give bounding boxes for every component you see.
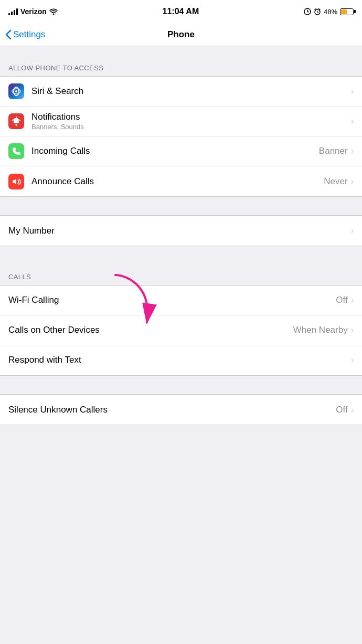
chevron-icon: › xyxy=(351,325,354,335)
status-time: 11:04 AM xyxy=(163,7,199,16)
incoming-calls-label: Incoming Calls xyxy=(31,146,319,156)
signal-bars xyxy=(8,8,18,15)
wifi-calling-content: Wi-Fi Calling xyxy=(8,295,336,305)
silence-unknown-label: Silence Unknown Callers xyxy=(8,405,336,415)
svg-rect-9 xyxy=(18,119,19,120)
wifi-icon xyxy=(49,8,58,15)
wifi-calling-right: Off › xyxy=(336,295,354,305)
speaker-svg xyxy=(11,176,22,187)
notifications-label: Notifications xyxy=(31,112,351,122)
my-number-row[interactable]: My Number › xyxy=(0,216,362,246)
chevron-icon: › xyxy=(351,355,354,365)
nav-bar: Settings Phone xyxy=(0,23,362,46)
back-button[interactable]: Settings xyxy=(5,29,45,40)
phone-svg xyxy=(11,146,22,156)
allow-phone-group: Siri & Search › Notifications Banners, S… xyxy=(0,76,362,197)
incoming-calls-content: Incoming Calls xyxy=(31,146,319,156)
wifi-calling-label: Wi-Fi Calling xyxy=(8,295,336,305)
svg-point-6 xyxy=(16,124,17,126)
notifications-content: Notifications Banners, Sounds xyxy=(31,112,351,131)
status-right: 48% xyxy=(304,8,354,16)
chevron-icon: › xyxy=(351,405,354,415)
announce-calls-value: Never xyxy=(324,176,347,187)
status-left: Verizon xyxy=(8,7,58,16)
notifications-svg xyxy=(11,116,22,126)
respond-with-text-content: Respond with Text xyxy=(8,355,351,365)
alarm-icon xyxy=(314,8,321,15)
silence-unknown-group: Silence Unknown Callers Off › xyxy=(0,394,362,425)
silence-unknown-content: Silence Unknown Callers xyxy=(8,405,336,415)
notifications-row[interactable]: Notifications Banners, Sounds › xyxy=(0,107,362,136)
my-number-right: › xyxy=(351,226,354,236)
incoming-calls-row[interactable]: Incoming Calls Banner › xyxy=(0,136,362,166)
calls-other-devices-label: Calls on Other Devices xyxy=(8,325,293,335)
svg-point-4 xyxy=(15,90,17,92)
siri-icon xyxy=(8,83,24,99)
calls-group: Wi-Fi Calling Off › Calls on Other Devic… xyxy=(0,285,362,376)
svg-rect-7 xyxy=(14,120,19,123)
my-number-content: My Number xyxy=(8,226,351,236)
respond-with-text-row[interactable]: Respond with Text › xyxy=(0,345,362,375)
battery-icon xyxy=(340,8,354,15)
spacer-2 xyxy=(0,246,362,265)
calls-other-devices-value: When Nearby xyxy=(293,325,348,335)
svg-rect-8 xyxy=(13,119,14,120)
incoming-calls-right: Banner › xyxy=(319,146,354,156)
siri-search-row[interactable]: Siri & Search › xyxy=(0,77,362,107)
page-title: Phone xyxy=(167,29,195,40)
section-header-allow: ALLOW PHONE TO ACCESS xyxy=(0,56,362,76)
notifications-right: › xyxy=(351,117,354,126)
respond-with-text-label: Respond with Text xyxy=(8,355,351,365)
chevron-icon: › xyxy=(351,295,354,305)
notifications-sublabel: Banners, Sounds xyxy=(31,123,351,131)
chevron-icon: › xyxy=(351,87,354,96)
siri-search-content: Siri & Search xyxy=(31,86,351,97)
my-number-group: My Number › xyxy=(0,215,362,246)
spacer-bottom xyxy=(0,425,362,444)
announce-calls-label: Announce Calls xyxy=(31,176,324,187)
respond-with-text-right: › xyxy=(351,355,354,365)
siri-search-label: Siri & Search xyxy=(31,86,351,97)
calls-other-devices-right: When Nearby › xyxy=(293,325,354,335)
announce-calls-right: Never › xyxy=(324,176,354,187)
chevron-icon: › xyxy=(351,226,354,236)
announce-calls-row[interactable]: Announce Calls Never › xyxy=(0,166,362,196)
carrier-label: Verizon xyxy=(20,7,47,16)
spacer-1 xyxy=(0,197,362,215)
chevron-icon: › xyxy=(351,177,354,186)
siri-svg xyxy=(10,86,22,97)
wifi-calling-value: Off xyxy=(336,295,347,305)
screen-time-icon xyxy=(304,8,311,15)
announce-calls-icon xyxy=(8,174,24,189)
notifications-icon xyxy=(8,113,24,129)
silence-unknown-right: Off › xyxy=(336,405,354,415)
section-header-calls: CALLS xyxy=(0,265,362,285)
chevron-icon: › xyxy=(351,146,354,156)
calls-other-devices-content: Calls on Other Devices xyxy=(8,325,293,335)
chevron-icon: › xyxy=(351,117,354,126)
incoming-calls-value: Banner xyxy=(319,146,348,156)
announce-calls-content: Announce Calls xyxy=(31,176,324,187)
wifi-calling-row[interactable]: Wi-Fi Calling Off › xyxy=(0,286,362,315)
calls-other-devices-row[interactable]: Calls on Other Devices When Nearby › xyxy=(0,315,362,345)
my-number-label: My Number xyxy=(8,226,351,236)
silence-unknown-value: Off xyxy=(336,405,347,415)
siri-search-right: › xyxy=(351,87,354,96)
spacer-3 xyxy=(0,376,362,394)
spacer-top xyxy=(0,46,362,56)
incoming-calls-icon xyxy=(8,143,24,159)
back-label: Settings xyxy=(13,29,45,40)
battery-label: 48% xyxy=(324,8,337,16)
status-bar: Verizon 11:04 AM 48% xyxy=(0,0,362,23)
silence-unknown-row[interactable]: Silence Unknown Callers Off › xyxy=(0,395,362,425)
